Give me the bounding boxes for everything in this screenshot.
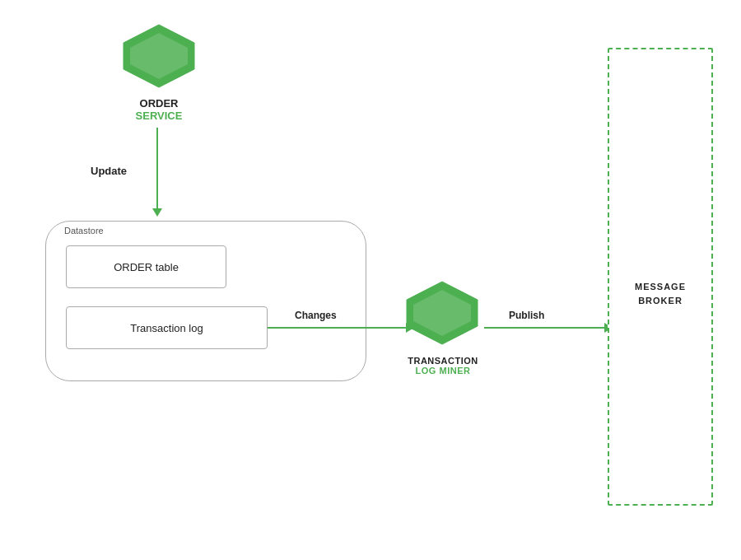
publish-arrow [484,327,606,329]
update-label: Update [91,165,127,177]
message-broker-box [608,48,713,506]
message-broker-label: MESSAGE BROKER [616,280,705,307]
transaction-log-label: Transaction log [130,322,203,334]
message-broker-line1: MESSAGE [616,280,705,294]
changes-label: Changes [295,310,337,321]
order-table-box: ORDER table [66,245,226,288]
diagram-container: ORDER SERVICE Update Datastore ORDER tab… [0,0,741,560]
order-table-label: ORDER table [114,261,179,273]
transaction-miner-label: TRANSACTION LOG MINER [385,356,501,376]
order-service-label: ORDER SERVICE [101,97,217,122]
changes-arrow [268,327,408,329]
order-service-hexagon [122,23,196,89]
transaction-miner-title: TRANSACTION [385,356,501,366]
update-arrow [156,128,158,210]
publish-label: Publish [509,310,544,321]
message-broker-line2: BROKER [616,294,705,308]
transaction-miner-hexagon [405,280,479,346]
order-service-subtitle: SERVICE [101,110,217,122]
transaction-log-box: Transaction log [66,306,268,349]
transaction-miner-subtitle: LOG MINER [385,366,501,376]
order-service-title: ORDER [101,97,217,110]
datastore-label: Datastore [64,226,104,236]
